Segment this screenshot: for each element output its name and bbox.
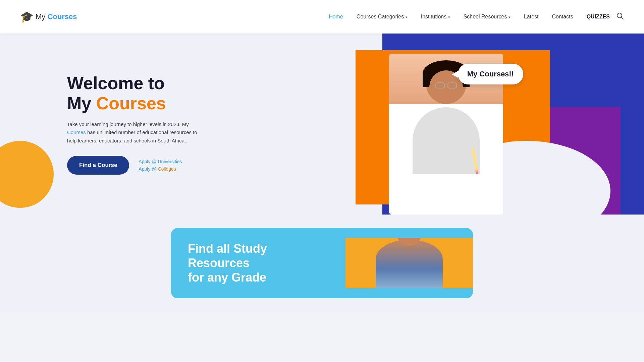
logo[interactable]: 🎓 My Courses <box>20 10 77 23</box>
nav-item-school-resources[interactable]: School Resources <box>464 14 511 20</box>
search-button[interactable] <box>616 12 624 21</box>
svg-line-1 <box>622 17 624 19</box>
hero-section: Welcome to My Courses Take your learning… <box>0 34 644 215</box>
main-nav: 🎓 My Courses Home Courses Categories Ins… <box>0 0 644 34</box>
search-icon <box>616 12 624 20</box>
study-resources-text: Find all Study Resources for any Grade <box>171 228 345 298</box>
hero-content: Welcome to My Courses Take your learning… <box>67 73 208 175</box>
nav-link-latest[interactable]: Latest <box>524 14 539 19</box>
logo-icon: 🎓 <box>20 10 34 23</box>
nav-item-courses[interactable]: Courses Categories <box>357 14 408 20</box>
apply-col-prefix: Apply @ <box>139 166 158 172</box>
apply-universities-link[interactable]: Apply @ Universities <box>139 159 182 164</box>
study-resources-line2: for any Grade <box>188 270 266 284</box>
hero-heading-line2-brand: Courses <box>96 94 166 113</box>
nav-item-home[interactable]: Home <box>329 14 343 20</box>
hero-desc-before: Take your learning journey to higher lev… <box>67 121 189 127</box>
hero-heading: Welcome to My Courses <box>67 73 208 114</box>
hero-actions: Find a Course Apply @ Universities Apply… <box>67 156 208 175</box>
speech-bubble: My Courses!! <box>458 64 523 84</box>
nav-item-contacts[interactable]: Contacts <box>552 14 573 20</box>
hero-heading-line1: Welcome to <box>67 73 165 93</box>
nav-link-contacts[interactable]: Contacts <box>552 14 573 19</box>
bottom-person-bg <box>345 238 473 288</box>
study-resources-line1: Find all Study Resources <box>188 242 267 270</box>
nav-link-institutions[interactable]: Institutions <box>421 14 446 19</box>
hero-heading-line2-plain: My <box>67 94 96 113</box>
apply-colleges-link[interactable]: Apply @ Colleges <box>139 166 182 172</box>
nav-links: Home Courses Categories Institutions Sch… <box>329 14 610 20</box>
person-body <box>389 104 503 215</box>
nav-link-courses[interactable]: Courses Categories <box>357 14 404 19</box>
nav-link-quizzes[interactable]: QUIZZES <box>587 14 610 19</box>
apply-col-text: Colleges <box>158 166 176 172</box>
bottom-section: Find all Study Resources for any Grade <box>0 215 644 312</box>
bottom-person-silhouette <box>376 240 443 288</box>
speech-bubble-text: My Courses!! <box>467 70 514 78</box>
study-resources-card: Find all Study Resources for any Grade <box>171 228 473 298</box>
nav-item-quizzes[interactable]: QUIZZES <box>587 14 610 20</box>
nav-item-latest[interactable]: Latest <box>524 14 539 20</box>
hero-image-area: My Courses!! <box>362 34 530 215</box>
study-resources-image <box>345 238 473 288</box>
hero-orange-circle <box>0 141 54 208</box>
study-resources-heading: Find all Study Resources for any Grade <box>188 241 329 285</box>
nav-link-school-resources[interactable]: School Resources <box>464 14 507 19</box>
nav-link-home[interactable]: Home <box>329 14 343 19</box>
hero-desc-link[interactable]: Courses <box>67 129 86 135</box>
find-course-button[interactable]: Find a Course <box>67 156 129 175</box>
apply-uni-prefix: Apply @ <box>139 159 158 164</box>
apply-links: Apply @ Universities Apply @ Colleges <box>139 159 182 172</box>
hero-description: Take your learning journey to higher lev… <box>67 120 208 145</box>
logo-text: My Courses <box>36 12 77 21</box>
hero-desc-after: has unlimited number of educational reso… <box>67 129 197 143</box>
nav-item-institutions[interactable]: Institutions <box>421 14 450 20</box>
apply-uni-text: Universities <box>158 159 182 164</box>
